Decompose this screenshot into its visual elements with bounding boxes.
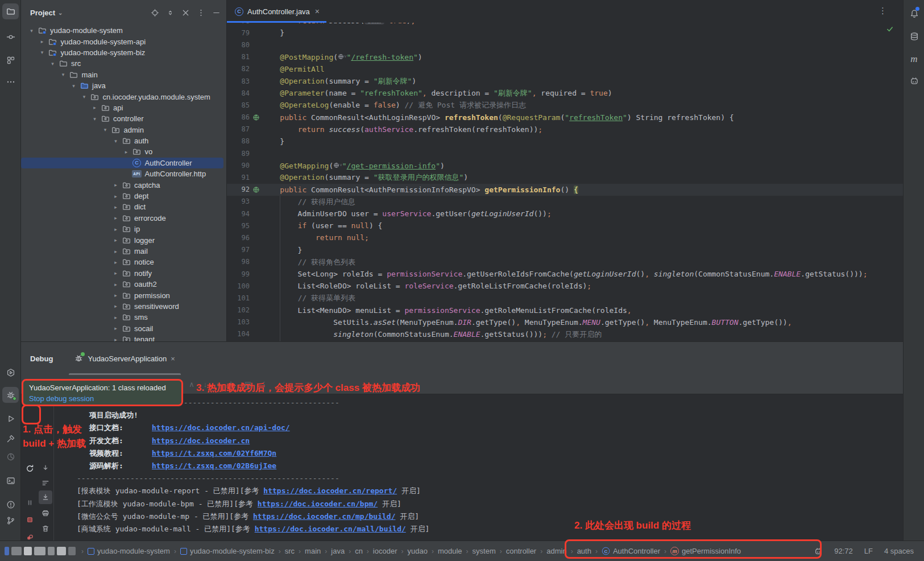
chevron-expanded-icon[interactable]: ▾ xyxy=(38,50,47,55)
debug-console[interactable]: ----------------------------------------… xyxy=(54,394,924,541)
tree-item-dept[interactable]: ▸dept xyxy=(21,191,226,201)
console-link[interactable]: https://t.zsxq.com/02B6ujIee xyxy=(152,461,276,470)
profiler-icon[interactable] xyxy=(2,449,19,465)
chevron-expanded-icon[interactable]: ▾ xyxy=(111,138,121,144)
editor-tab-authcontroller[interactable]: C AuthController.java × xyxy=(227,0,326,23)
tree-item-yudao-module-system-api[interactable]: ▸yudao-module-system-api xyxy=(21,36,226,47)
chevron-collapsed-icon[interactable]: ▸ xyxy=(111,204,121,210)
terminal-icon[interactable] xyxy=(2,473,19,489)
tree-item-errorcode[interactable]: ▸errorcode xyxy=(21,213,226,224)
tree-item-api[interactable]: ▸api xyxy=(21,102,226,113)
pause-icon[interactable] xyxy=(23,496,36,509)
console-link[interactable]: https://doc.iocoder.cn xyxy=(152,436,250,445)
tree-item-socail[interactable]: ▸socail xyxy=(21,323,226,334)
console-link[interactable]: https://doc.iocoder.cn/report/ xyxy=(263,486,397,495)
chevron-collapsed-icon[interactable]: ▸ xyxy=(111,315,121,320)
notifications-icon[interactable] xyxy=(906,6,922,22)
chevron-collapsed-icon[interactable]: ▸ xyxy=(111,249,121,254)
tree-item-mail[interactable]: ▸mail xyxy=(21,246,226,257)
breadcrumb-item-controller[interactable]: controller xyxy=(506,547,536,555)
breadcrumb-item-iocoder[interactable]: iocoder xyxy=(373,547,397,555)
rerun-icon[interactable] xyxy=(23,461,36,475)
project-folder-icon[interactable] xyxy=(2,3,19,19)
maven-icon[interactable]: m xyxy=(906,51,922,67)
debug-session-tab[interactable]: YudaoServerApplication × xyxy=(69,342,180,375)
tree-item-src[interactable]: ▾src xyxy=(21,58,226,69)
chevron-collapsed-icon[interactable]: ▸ xyxy=(90,105,100,110)
chevron-expanded-icon[interactable]: ▾ xyxy=(80,94,89,100)
tree-item-authcontroller[interactable]: CAuthController xyxy=(21,158,223,168)
chevron-expanded-icon[interactable]: ▾ xyxy=(59,72,68,77)
tree-item-main[interactable]: ▾main xyxy=(21,69,226,80)
services-icon[interactable] xyxy=(2,365,19,381)
breadcrumb-item-yudao-module-system[interactable]: yudao-module-system xyxy=(88,547,170,555)
expand-icon[interactable] xyxy=(166,9,175,17)
tree-item-cn-iocoder-yudao-module-system[interactable]: ▾cn.iocoder.yudao.module.system xyxy=(21,91,226,102)
more-horizontal-icon[interactable] xyxy=(2,74,19,90)
tree-item-sms[interactable]: ▸sms xyxy=(21,312,226,323)
tree-item-yudao-module-system[interactable]: ▾yudao-module-system xyxy=(21,25,226,36)
close-tab-icon[interactable]: × xyxy=(315,7,320,16)
chevron-collapsed-icon[interactable]: ▸ xyxy=(111,182,121,188)
gradle-icon[interactable] xyxy=(906,73,922,89)
console-link[interactable]: https://doc.iocoder.cn/api-doc/ xyxy=(152,423,290,432)
console-link[interactable]: https://doc.iocoder.cn/mall/build/ xyxy=(255,525,406,533)
tree-item-permission[interactable]: ▸permission xyxy=(21,290,226,300)
soft-wrap-icon[interactable] xyxy=(39,476,52,490)
chevron-expanded-icon[interactable]: ▾ xyxy=(69,83,78,89)
editor-more-icon[interactable]: ⋮ xyxy=(879,6,887,16)
breadcrumb-item-yudao[interactable]: yudao xyxy=(408,547,428,555)
stop-icon[interactable] xyxy=(23,513,36,526)
console-link[interactable]: https://doc.iocoder.cn/mp/build/ xyxy=(253,512,395,521)
tree-item-admin[interactable]: ▾admin xyxy=(21,125,226,135)
tree-item-captcha[interactable]: ▸captcha xyxy=(21,179,226,190)
hide-icon[interactable] xyxy=(212,9,221,17)
breadcrumb-item-admin[interactable]: admin xyxy=(546,547,566,555)
tree-item-notice[interactable]: ▸notice xyxy=(21,257,226,267)
line-separator[interactable]: LF xyxy=(864,547,873,555)
tree-item-tenant[interactable]: ▸tenant xyxy=(21,334,226,341)
debug-icon[interactable] xyxy=(2,387,19,403)
project-panel-title[interactable]: Project ⌄ xyxy=(30,9,63,17)
chevron-collapsed-icon[interactable]: ▸ xyxy=(111,337,121,341)
tree-item-dict[interactable]: ▸dict xyxy=(21,201,226,212)
database-icon[interactable] xyxy=(906,28,922,44)
collapse-all-icon[interactable] xyxy=(181,9,190,17)
close-session-icon[interactable]: × xyxy=(171,354,175,363)
caret-position[interactable]: 92:72 xyxy=(834,547,853,555)
chevron-collapsed-icon[interactable]: ▸ xyxy=(111,193,121,199)
chevron-expanded-icon[interactable]: ▾ xyxy=(48,61,57,67)
inspections-ok-icon[interactable] xyxy=(886,25,894,33)
tree-item-oauth2[interactable]: ▸oauth2 xyxy=(21,279,226,290)
chevron-collapsed-icon[interactable]: ▸ xyxy=(111,237,121,243)
stop-debug-session-link[interactable]: Stop debug session xyxy=(29,393,176,404)
chevron-expanded-icon[interactable]: ▾ xyxy=(90,116,100,122)
chevron-collapsed-icon[interactable]: ▸ xyxy=(111,303,121,309)
tree-item-vo[interactable]: ▸vo xyxy=(21,146,226,157)
breadcrumb-item-cn[interactable]: cn xyxy=(355,547,363,555)
clear-all-icon[interactable] xyxy=(39,522,52,535)
breadcrumb-item-yudao-module-system-biz[interactable]: yudao-module-system-biz xyxy=(180,547,275,555)
breadcrumb-item-main[interactable]: main xyxy=(305,547,321,555)
console-link[interactable]: https://t.zsxq.com/02Yf6M7Qn xyxy=(152,449,276,457)
breadcrumb-item-module[interactable]: module xyxy=(438,547,462,555)
tree-item-yudao-module-system-biz[interactable]: ▾yudao-module-system-biz xyxy=(21,47,226,58)
api-endpoint-gutter-icon[interactable] xyxy=(250,114,262,121)
commit-icon[interactable] xyxy=(2,29,19,45)
console-link[interactable]: https://doc.iocoder.cn/bpm/ xyxy=(258,500,378,508)
scroll-down-icon[interactable] xyxy=(39,461,52,475)
chevron-collapsed-icon[interactable]: ▸ xyxy=(111,325,121,331)
project-tree[interactable]: ▾yudao-module-system▸yudao-module-system… xyxy=(21,25,226,341)
tree-item-controller[interactable]: ▾controller xyxy=(21,113,226,124)
problems-icon[interactable] xyxy=(2,497,19,513)
code-editor[interactable]: 78 return success(data: true);79 }8081 @… xyxy=(227,0,903,341)
chevron-collapsed-icon[interactable]: ▸ xyxy=(111,259,121,265)
indent-setting[interactable]: 4 spaces xyxy=(884,547,914,555)
chevron-collapsed-icon[interactable]: ▸ xyxy=(111,215,121,221)
tree-item-java[interactable]: ▾java xyxy=(21,80,226,91)
breadcrumb-item-java[interactable]: java xyxy=(331,547,345,555)
breadcrumb-item-system[interactable]: system xyxy=(473,547,496,555)
tree-item-authcontroller-http[interactable]: APIAuthController.http xyxy=(21,168,226,179)
chevron-collapsed-icon[interactable]: ▸ xyxy=(111,282,121,287)
scroll-to-end-icon[interactable] xyxy=(39,490,52,504)
